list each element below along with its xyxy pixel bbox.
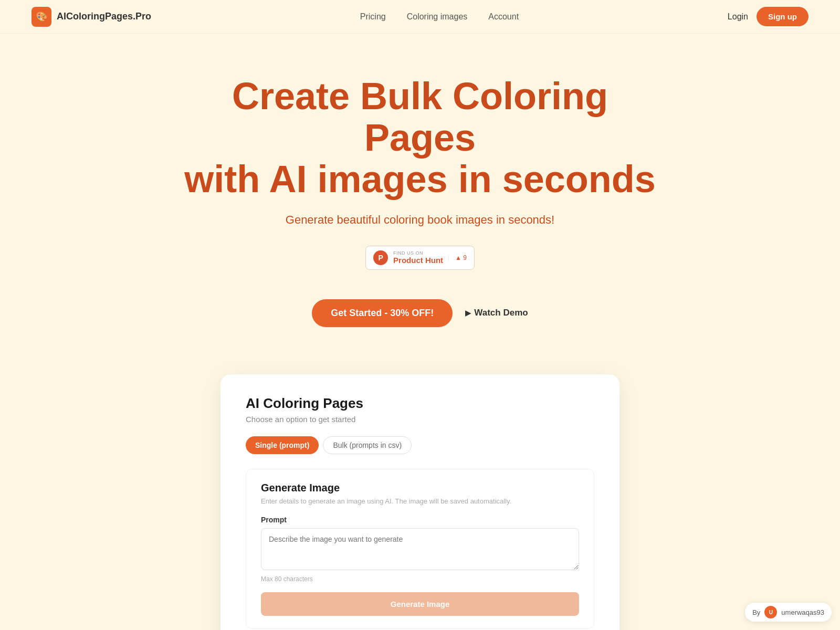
product-hunt-score: ▲ 9 — [448, 254, 467, 261]
generate-button[interactable]: Generate Image — [261, 592, 579, 616]
product-hunt-badge[interactable]: P FIND US ON Product Hunt ▲ 9 — [365, 246, 475, 270]
generate-image-section: Generate Image Enter details to generate… — [246, 469, 594, 629]
hero-section: Create Bulk Coloring Pages with AI image… — [0, 34, 840, 374]
product-hunt-icon: P — [373, 250, 388, 265]
hero-subtitle: Generate beautiful coloring book images … — [32, 213, 808, 227]
signup-button[interactable]: Sign up — [757, 7, 808, 26]
tab-single[interactable]: Single (prompt) — [246, 436, 319, 454]
gen-title: Generate Image — [261, 482, 579, 494]
navbar: 🎨 AIColoringPages.Pro Pricing Coloring i… — [0, 0, 840, 34]
attribution-username: umerwaqas93 — [781, 608, 824, 616]
logo-icon: 🎨 — [32, 7, 51, 27]
navbar-actions: Login Sign up — [728, 7, 808, 26]
prompt-textarea[interactable] — [261, 528, 579, 570]
logo[interactable]: 🎨 AIColoringPages.Pro — [32, 7, 151, 27]
tab-bulk[interactable]: Bulk (prompts in csv) — [323, 436, 412, 454]
nav-pricing[interactable]: Pricing — [360, 12, 386, 22]
attribution-by: By — [752, 608, 760, 616]
watch-demo-button[interactable]: Watch Demo — [465, 308, 528, 318]
hero-title: Create Bulk Coloring Pages with AI image… — [184, 76, 656, 201]
prompt-max-chars: Max 80 characters — [261, 575, 579, 583]
nav-links: Pricing Coloring images Account — [360, 12, 519, 22]
gen-desc: Enter details to generate an image using… — [261, 497, 579, 505]
attribution: By U umerwaqas93 — [745, 603, 832, 622]
attribution-avatar: U — [764, 606, 777, 618]
product-hunt-find-label: FIND US ON — [393, 250, 423, 256]
login-button[interactable]: Login — [728, 12, 748, 22]
logo-text: AIColoringPages.Pro — [57, 11, 151, 22]
tabs-row: Single (prompt) Bulk (prompts in csv) — [246, 436, 594, 454]
prompt-label: Prompt — [261, 516, 579, 524]
main-card: AI Coloring Pages Choose an option to ge… — [220, 374, 620, 630]
card-subtitle: Choose an option to get started — [246, 415, 594, 424]
product-hunt-text: FIND US ON Product Hunt — [393, 250, 443, 265]
nav-coloring-images[interactable]: Coloring images — [407, 12, 468, 22]
cta-row: Get Started - 30% OFF! Watch Demo — [32, 299, 808, 327]
nav-account[interactable]: Account — [488, 12, 519, 22]
product-hunt-name: Product Hunt — [393, 256, 443, 265]
get-started-button[interactable]: Get Started - 30% OFF! — [312, 299, 453, 327]
card-title: AI Coloring Pages — [246, 395, 594, 412]
card-wrapper: AI Coloring Pages Choose an option to ge… — [0, 374, 840, 630]
